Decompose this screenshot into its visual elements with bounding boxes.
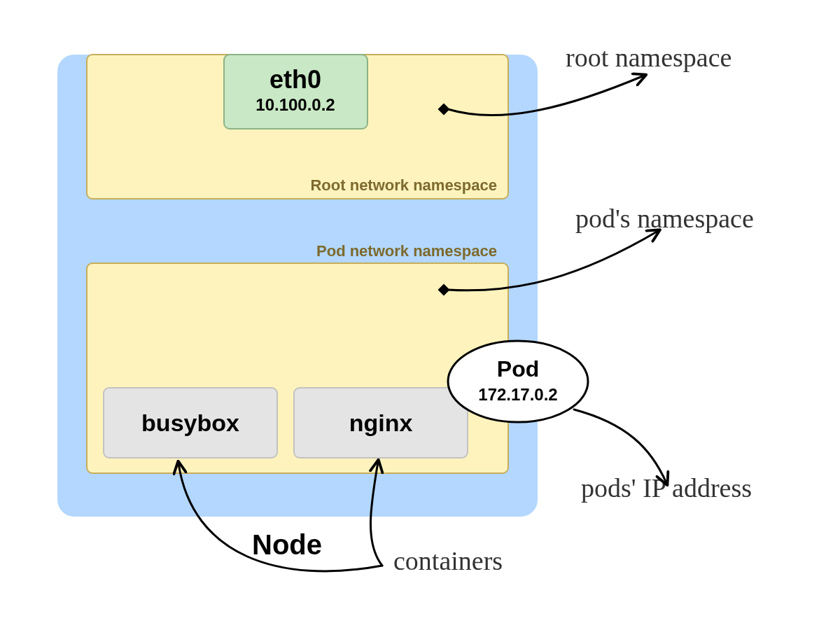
eth0-name: eth0 xyxy=(270,65,321,94)
annotation-root-namespace: root namespace xyxy=(566,43,732,72)
annotation-pod-ip: pods' IP address xyxy=(581,473,752,503)
pod-label: Pod xyxy=(497,356,539,382)
annotation-containers: containers xyxy=(393,546,503,575)
node-label: Node xyxy=(252,529,322,560)
root-namespace-caption: Root network namespace xyxy=(310,176,497,194)
pod-ellipse xyxy=(448,341,588,422)
container-busybox-name: busybox xyxy=(141,410,239,436)
eth0-ip: 10.100.0.2 xyxy=(255,95,335,114)
arrow-to-pod-ip xyxy=(574,410,666,483)
container-nginx-name: nginx xyxy=(349,410,413,436)
pod-namespace-caption: Pod network namespace xyxy=(316,242,497,260)
pod-ip: 172.17.0.2 xyxy=(478,385,557,404)
annotation-pod-namespace: pod's namespace xyxy=(575,204,754,233)
